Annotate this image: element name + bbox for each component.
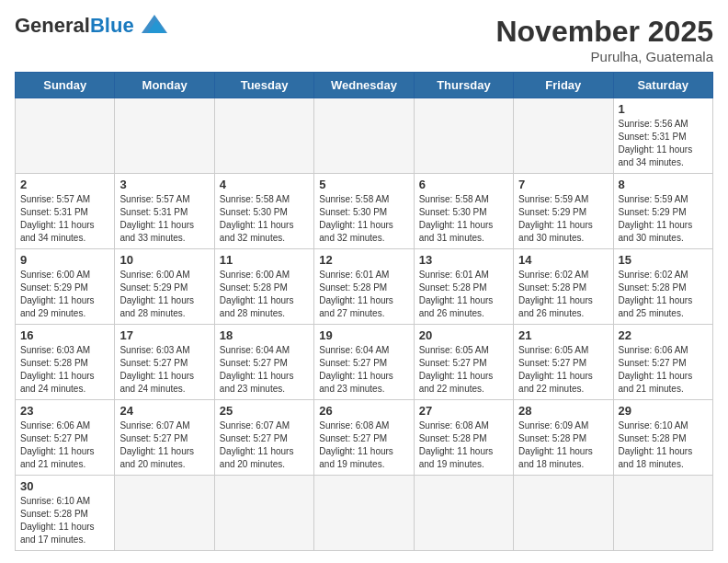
calendar-cell (115, 98, 214, 174)
calendar-cell: 24Sunrise: 6:07 AM Sunset: 5:27 PM Dayli… (115, 400, 214, 476)
logo: GeneralBlue (15, 15, 171, 37)
cell-daylight-info: Sunrise: 6:00 AM Sunset: 5:29 PM Dayligh… (119, 269, 209, 320)
day-number: 4 (220, 178, 309, 191)
title-area: November 2025 Purulha, Guatemala (495, 15, 713, 64)
calendar-week-3: 9Sunrise: 6:00 AM Sunset: 5:29 PM Daylig… (16, 249, 713, 325)
day-number: 19 (319, 328, 408, 342)
calendar-cell: 7Sunrise: 5:59 AM Sunset: 5:29 PM Daylig… (514, 174, 613, 249)
calendar-cell: 28Sunrise: 6:09 AM Sunset: 5:28 PM Dayli… (514, 400, 613, 476)
day-number: 18 (220, 328, 309, 342)
calendar-cell (314, 476, 414, 551)
calendar-cell: 9Sunrise: 6:00 AM Sunset: 5:29 PM Daylig… (16, 249, 115, 325)
calendar-cell: 10Sunrise: 6:00 AM Sunset: 5:29 PM Dayli… (115, 249, 214, 325)
cell-daylight-info: Sunrise: 6:04 AM Sunset: 5:27 PM Dayligh… (319, 344, 408, 396)
day-number: 30 (20, 479, 109, 493)
cell-daylight-info: Sunrise: 6:07 AM Sunset: 5:27 PM Dayligh… (119, 419, 209, 471)
calendar-cell: 21Sunrise: 6:05 AM Sunset: 5:27 PM Dayli… (514, 325, 613, 400)
cell-daylight-info: Sunrise: 6:07 AM Sunset: 5:27 PM Dayligh… (220, 419, 309, 471)
calendar-cell: 16Sunrise: 6:03 AM Sunset: 5:28 PM Dayli… (16, 325, 115, 400)
cell-daylight-info: Sunrise: 6:01 AM Sunset: 5:28 PM Dayligh… (319, 269, 408, 320)
day-number: 5 (319, 178, 408, 191)
calendar-cell (214, 98, 313, 174)
weekday-header-sunday: Sunday (16, 73, 115, 98)
cell-daylight-info: Sunrise: 5:58 AM Sunset: 5:30 PM Dayligh… (419, 193, 508, 245)
day-number: 25 (220, 404, 309, 418)
page-header: GeneralBlue November 2025 Purulha, Guate… (15, 15, 713, 64)
calendar-table: SundayMondayTuesdayWednesdayThursdayFrid… (15, 72, 713, 551)
calendar-cell: 12Sunrise: 6:01 AM Sunset: 5:28 PM Dayli… (314, 249, 414, 325)
day-number: 14 (518, 253, 608, 267)
calendar-cell (115, 476, 214, 551)
calendar-cell (16, 98, 115, 174)
calendar-cell: 11Sunrise: 6:00 AM Sunset: 5:28 PM Dayli… (214, 249, 313, 325)
day-number: 27 (419, 404, 508, 418)
calendar-cell: 29Sunrise: 6:10 AM Sunset: 5:28 PM Dayli… (613, 400, 712, 476)
day-number: 21 (518, 328, 608, 342)
calendar-body: 1Sunrise: 5:56 AM Sunset: 5:31 PM Daylig… (16, 98, 713, 551)
cell-daylight-info: Sunrise: 6:03 AM Sunset: 5:28 PM Dayligh… (20, 344, 109, 396)
calendar-cell: 18Sunrise: 6:04 AM Sunset: 5:27 PM Dayli… (214, 325, 313, 400)
logo-text: GeneralBlue (15, 16, 134, 36)
calendar-cell: 4Sunrise: 5:58 AM Sunset: 5:30 PM Daylig… (214, 174, 313, 249)
weekday-header-wednesday: Wednesday (314, 73, 414, 98)
calendar-cell: 2Sunrise: 5:57 AM Sunset: 5:31 PM Daylig… (16, 174, 115, 249)
weekday-header-row: SundayMondayTuesdayWednesdayThursdayFrid… (16, 73, 713, 98)
calendar-cell: 22Sunrise: 6:06 AM Sunset: 5:27 PM Dayli… (613, 325, 712, 400)
logo-icon (138, 11, 171, 37)
calendar-cell: 15Sunrise: 6:02 AM Sunset: 5:28 PM Dayli… (613, 249, 712, 325)
calendar-cell: 1Sunrise: 5:56 AM Sunset: 5:31 PM Daylig… (613, 98, 712, 174)
calendar-cell: 8Sunrise: 5:59 AM Sunset: 5:29 PM Daylig… (613, 174, 712, 249)
calendar-cell: 6Sunrise: 5:58 AM Sunset: 5:30 PM Daylig… (414, 174, 513, 249)
day-number: 23 (20, 404, 109, 418)
cell-daylight-info: Sunrise: 6:04 AM Sunset: 5:27 PM Dayligh… (220, 344, 309, 396)
cell-daylight-info: Sunrise: 5:59 AM Sunset: 5:29 PM Dayligh… (619, 193, 708, 245)
day-number: 26 (319, 404, 408, 418)
cell-daylight-info: Sunrise: 6:06 AM Sunset: 5:27 PM Dayligh… (20, 419, 109, 471)
weekday-header-monday: Monday (115, 73, 214, 98)
cell-daylight-info: Sunrise: 5:58 AM Sunset: 5:30 PM Dayligh… (319, 193, 408, 245)
day-number: 13 (419, 253, 508, 267)
day-number: 28 (518, 404, 608, 418)
calendar-cell (314, 98, 414, 174)
day-number: 9 (20, 253, 109, 267)
calendar-cell: 13Sunrise: 6:01 AM Sunset: 5:28 PM Dayli… (414, 249, 513, 325)
day-number: 1 (619, 102, 708, 116)
calendar-cell: 14Sunrise: 6:02 AM Sunset: 5:28 PM Dayli… (514, 249, 613, 325)
cell-daylight-info: Sunrise: 6:06 AM Sunset: 5:27 PM Dayligh… (619, 344, 708, 396)
cell-daylight-info: Sunrise: 6:05 AM Sunset: 5:27 PM Dayligh… (518, 344, 608, 396)
calendar-cell: 19Sunrise: 6:04 AM Sunset: 5:27 PM Dayli… (314, 325, 414, 400)
calendar-week-6: 30Sunrise: 6:10 AM Sunset: 5:28 PM Dayli… (16, 476, 713, 551)
calendar-cell (414, 476, 513, 551)
calendar-cell: 30Sunrise: 6:10 AM Sunset: 5:28 PM Dayli… (16, 476, 115, 551)
cell-daylight-info: Sunrise: 6:10 AM Sunset: 5:28 PM Dayligh… (20, 495, 109, 546)
calendar-cell: 17Sunrise: 6:03 AM Sunset: 5:27 PM Dayli… (115, 325, 214, 400)
weekday-header-tuesday: Tuesday (214, 73, 313, 98)
calendar-cell: 5Sunrise: 5:58 AM Sunset: 5:30 PM Daylig… (314, 174, 414, 249)
day-number: 29 (619, 404, 708, 418)
cell-daylight-info: Sunrise: 6:03 AM Sunset: 5:27 PM Dayligh… (119, 344, 209, 396)
location: Purulha, Guatemala (495, 49, 713, 64)
calendar-cell (214, 476, 313, 551)
month-title: November 2025 (495, 15, 713, 49)
calendar-week-2: 2Sunrise: 5:57 AM Sunset: 5:31 PM Daylig… (16, 174, 713, 249)
weekday-header-thursday: Thursday (414, 73, 513, 98)
cell-daylight-info: Sunrise: 5:58 AM Sunset: 5:30 PM Dayligh… (220, 193, 309, 245)
day-number: 10 (119, 253, 209, 267)
day-number: 6 (419, 178, 508, 191)
cell-daylight-info: Sunrise: 6:09 AM Sunset: 5:28 PM Dayligh… (518, 419, 608, 471)
day-number: 7 (518, 178, 608, 191)
day-number: 15 (619, 253, 708, 267)
calendar-week-1: 1Sunrise: 5:56 AM Sunset: 5:31 PM Daylig… (16, 98, 713, 174)
calendar-cell: 25Sunrise: 6:07 AM Sunset: 5:27 PM Dayli… (214, 400, 313, 476)
logo-general: General (15, 14, 90, 37)
calendar-cell: 3Sunrise: 5:57 AM Sunset: 5:31 PM Daylig… (115, 174, 214, 249)
cell-daylight-info: Sunrise: 6:08 AM Sunset: 5:27 PM Dayligh… (319, 419, 408, 471)
day-number: 11 (220, 253, 309, 267)
day-number: 16 (20, 328, 109, 342)
day-number: 3 (119, 178, 209, 191)
day-number: 2 (20, 178, 109, 191)
day-number: 24 (119, 404, 209, 418)
calendar-week-4: 16Sunrise: 6:03 AM Sunset: 5:28 PM Dayli… (16, 325, 713, 400)
logo-blue: Blue (90, 14, 134, 37)
cell-daylight-info: Sunrise: 6:01 AM Sunset: 5:28 PM Dayligh… (419, 269, 508, 320)
